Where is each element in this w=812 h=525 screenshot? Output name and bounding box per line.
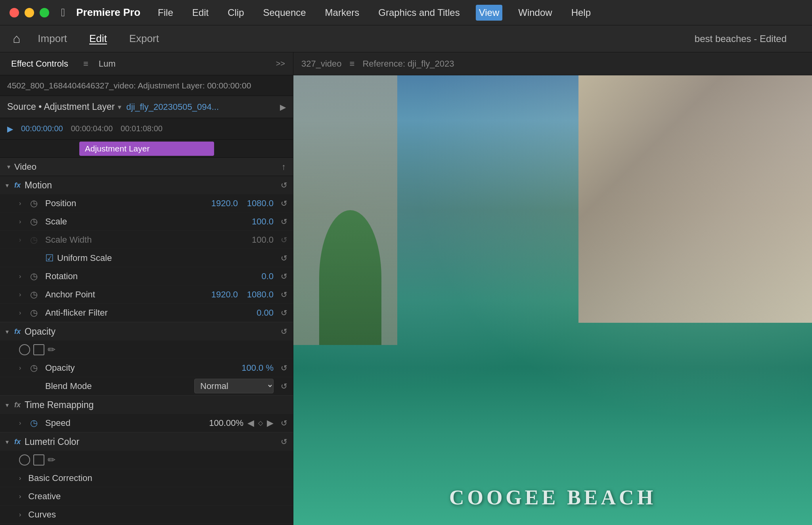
scale-label: Scale xyxy=(45,217,238,227)
speed-value[interactable]: 100.00% xyxy=(209,418,243,428)
opacity-group-header[interactable]: ▾ fx Opacity ↺ xyxy=(0,322,293,341)
rotation-value[interactable]: 0.0 xyxy=(242,271,274,282)
position-y-value[interactable]: 1080.0 xyxy=(242,198,274,209)
lumetri-basic-correction[interactable]: › Basic Correction xyxy=(0,469,293,487)
scale-reset-button[interactable]: ↺ xyxy=(281,217,287,226)
minimize-button[interactable] xyxy=(25,8,34,17)
opacity-value[interactable]: 100.0 % xyxy=(241,363,274,373)
rotation-reset-button[interactable]: ↺ xyxy=(281,272,287,281)
scale-width-value: 100.0 xyxy=(242,235,274,245)
opacity-reset-button[interactable]: ↺ xyxy=(281,327,287,336)
beach-buildings xyxy=(578,75,812,323)
right-panel-menu-icon[interactable]: ≡ xyxy=(350,59,355,69)
motion-group: ▾ fx Motion ↺ › ◷ Position 1920.0 1080.0… xyxy=(0,176,293,322)
menu-edit[interactable]: Edit xyxy=(189,5,212,21)
speed-label: Speed xyxy=(45,418,205,428)
position-expand[interactable]: › xyxy=(19,200,26,207)
export-button[interactable]: Export xyxy=(124,29,164,48)
fx-badge-lumetri: fx xyxy=(14,438,21,446)
scale-clock-icon: ◷ xyxy=(30,217,41,227)
uniform-scale-check[interactable]: ☑ Uniform Scale xyxy=(45,253,112,264)
lumetri-square-icon xyxy=(33,454,44,466)
time-remapping-group-header[interactable]: ▾ fx Time Remapping xyxy=(0,396,293,414)
opacity-square-icon xyxy=(33,344,44,355)
menu-file[interactable]: File xyxy=(155,5,176,21)
beach-title-text: Coogee Beach xyxy=(449,486,656,509)
maximize-button[interactable] xyxy=(40,8,49,17)
position-x-value[interactable]: 1920.0 xyxy=(206,198,238,209)
speed-prev-arrow[interactable]: ◀ xyxy=(247,418,254,428)
menu-markers[interactable]: Markers xyxy=(322,5,363,21)
adjustment-layer-clip: Adjustment Layer xyxy=(79,142,214,156)
home-icon[interactable]: ⌂ xyxy=(13,31,20,46)
menu-clip[interactable]: Clip xyxy=(224,5,247,21)
menu-graphics-titles[interactable]: Graphics and Titles xyxy=(375,5,463,21)
lumetri-creative[interactable]: › Creative xyxy=(0,487,293,506)
clip-link[interactable]: dji_fly_20230505_094... xyxy=(126,102,219,112)
source-bar: Source • Adjustment Layer ▾ dji_fly_2023… xyxy=(0,96,293,118)
lumetri-curves[interactable]: › Curves xyxy=(0,506,293,524)
blend-mode-reset-button[interactable]: ↺ xyxy=(281,381,287,391)
close-button[interactable] xyxy=(10,8,19,17)
scale-value[interactable]: 100.0 xyxy=(242,217,274,227)
speed-keyframe-icon[interactable]: ◇ xyxy=(258,419,263,427)
speed-expand[interactable]: › xyxy=(19,420,26,427)
menu-help[interactable]: Help xyxy=(568,5,594,21)
blend-mode-spacer2: ◷ xyxy=(30,381,41,391)
tab-lum[interactable]: Lum xyxy=(96,57,119,71)
anchor-point-y-value[interactable]: 1080.0 xyxy=(242,289,274,300)
speed-next-arrow[interactable]: ▶ xyxy=(267,418,274,428)
anti-flicker-reset-button[interactable]: ↺ xyxy=(281,308,287,318)
time-remapping-group-name: Time Remapping xyxy=(25,400,287,410)
blend-mode-select[interactable]: Normal Dissolve Multiply Screen Overlay xyxy=(194,379,274,393)
anchor-point-reset-button[interactable]: ↺ xyxy=(281,290,287,299)
anti-flicker-expand[interactable]: › xyxy=(19,309,26,316)
expand-panel-button[interactable]: >> xyxy=(276,59,285,68)
source-selector[interactable]: Source • Adjustment Layer ▾ xyxy=(7,102,121,112)
adj-layer-label: Adjustment Layer xyxy=(85,144,149,153)
speed-reset-button[interactable]: ↺ xyxy=(281,418,287,428)
tab-effect-controls[interactable]: Effect Controls xyxy=(8,57,71,71)
play-icon[interactable]: ▶ xyxy=(280,102,286,112)
main-area: Effect Controls ≡ Lum >> 4502_800_168440… xyxy=(0,52,812,525)
effects-scroll[interactable]: ▾ fx Motion ↺ › ◷ Position 1920.0 1080.0… xyxy=(0,176,293,525)
property-anchor-point: › ◷ Anchor Point 1920.0 1080.0 ↺ xyxy=(0,285,293,304)
menubar:  Premiere Pro File Edit Clip Sequence M… xyxy=(0,0,812,25)
opacity-value-reset-button[interactable]: ↺ xyxy=(281,363,287,373)
menu-window[interactable]: Window xyxy=(515,5,555,21)
anchor-point-x-value[interactable]: 1920.0 xyxy=(206,289,238,300)
lumetri-reset-button[interactable]: ↺ xyxy=(281,437,287,446)
scale-expand[interactable]: › xyxy=(19,218,26,225)
uniform-scale-checkbox-icon[interactable]: ☑ xyxy=(45,253,54,264)
anchor-point-expand[interactable]: › xyxy=(19,291,26,298)
property-opacity: › ◷ Opacity 100.0 % ↺ xyxy=(0,359,293,377)
opacity-pencil-icon[interactable]: ✏ xyxy=(48,344,56,355)
rotation-label: Rotation xyxy=(45,271,238,282)
opacity-expand[interactable]: › xyxy=(19,364,26,372)
video-section-arrow[interactable]: ▾ xyxy=(7,163,10,171)
motion-group-header[interactable]: ▾ fx Motion ↺ xyxy=(0,176,293,194)
uniform-scale-reset-button[interactable]: ↺ xyxy=(281,253,287,263)
rotation-expand[interactable]: › xyxy=(19,273,26,280)
motion-group-name: Motion xyxy=(25,180,277,191)
apple-logo:  xyxy=(61,6,65,19)
lumetri-icons-row: ✏ xyxy=(0,451,293,469)
anti-flicker-value[interactable]: 0.00 xyxy=(242,308,274,318)
position-reset-button[interactable]: ↺ xyxy=(281,199,287,208)
anti-flicker-label: Anti-flicker Filter xyxy=(45,308,238,318)
curves-expand: › xyxy=(19,511,21,518)
import-button[interactable]: Import xyxy=(33,29,72,48)
edit-button[interactable]: Edit xyxy=(84,29,112,48)
lumetri-color-group-header[interactable]: ▾ fx Lumetri Color ↺ xyxy=(0,433,293,451)
video-scroll-icon: ↑ xyxy=(282,162,286,172)
lumetri-pencil-icon[interactable]: ✏ xyxy=(48,454,56,466)
menu-sequence[interactable]: Sequence xyxy=(260,5,309,21)
right-panel-reference: Reference: dji_fly_2023 xyxy=(362,59,454,69)
creative-expand: › xyxy=(19,493,21,500)
motion-reset-button[interactable]: ↺ xyxy=(281,180,287,190)
property-anti-flicker: › ◷ Anti-flicker Filter 0.00 ↺ xyxy=(0,304,293,322)
panel-header: Effect Controls ≡ Lum >> xyxy=(0,52,293,75)
basic-correction-label: Basic Correction xyxy=(28,473,92,483)
menu-view[interactable]: View xyxy=(476,5,503,21)
panel-settings-icon[interactable]: ≡ xyxy=(81,57,91,71)
